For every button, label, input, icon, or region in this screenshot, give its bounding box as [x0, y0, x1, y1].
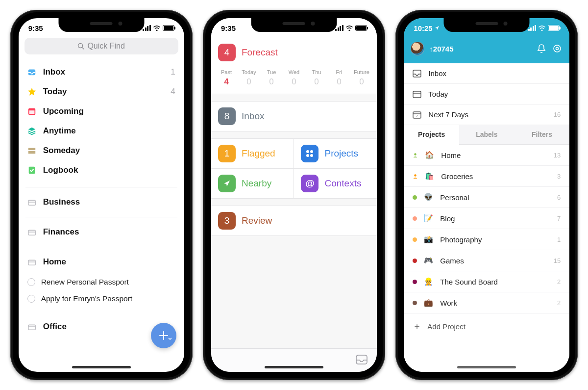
day-future[interactable]: Future0: [350, 69, 373, 87]
project-work[interactable]: 💼 Work 2: [404, 292, 569, 313]
chevron-down-icon: [168, 337, 172, 341]
nearby-tile[interactable]: Nearby: [211, 169, 294, 198]
day-tue[interactable]: Tue0: [260, 69, 283, 87]
day-wed[interactable]: Wed0: [283, 69, 305, 87]
stack-icon: [27, 127, 36, 135]
day-past[interactable]: Past4: [215, 69, 238, 87]
svg-rect-20: [413, 70, 421, 77]
svg-point-16: [310, 154, 313, 157]
todoist-header: ↑20745: [404, 38, 569, 59]
forecast-days: Past4 Today0 Tue0 Wed0 Thu0 Fri0 Future0: [211, 67, 377, 94]
project-color-dot: [413, 195, 417, 200]
area-icon: [27, 258, 36, 266]
home-indicator[interactable]: [265, 366, 323, 368]
project-photography[interactable]: 📸 Photography 1: [404, 229, 569, 250]
notifications-button[interactable]: [536, 43, 547, 54]
quick-find-search[interactable]: Quick Find: [24, 38, 178, 54]
task-row[interactable]: Apply for Emryn's Passport: [19, 290, 184, 307]
battery-icon: [163, 25, 174, 31]
area-icon: [27, 198, 36, 207]
status-icons: [143, 25, 174, 31]
list-someday[interactable]: Someday: [19, 141, 184, 160]
drawer-icon: [27, 146, 36, 155]
phone-todoist: 10:25 ↑20745 Inbox Today: [395, 10, 578, 380]
battery-icon: [548, 25, 560, 31]
calendar-icon: [27, 107, 36, 116]
project-color-dot: [413, 237, 417, 242]
inbox-icon: [413, 70, 421, 78]
day-fri[interactable]: Fri0: [328, 69, 350, 87]
tabs: Projects Labels Filters: [404, 125, 569, 145]
project-personal[interactable]: 👽 Personal 6: [404, 187, 569, 208]
svg-rect-21: [413, 91, 421, 98]
svg-point-18: [554, 45, 561, 52]
status-icons: [335, 25, 367, 31]
add-task-button[interactable]: [151, 323, 176, 348]
list-inbox[interactable]: Inbox 1: [19, 62, 184, 82]
tab-projects[interactable]: Projects: [404, 125, 459, 145]
svg-point-24: [415, 153, 416, 155]
avatar[interactable]: [411, 42, 424, 55]
project-games[interactable]: 🎮 Games 15: [404, 250, 569, 271]
list-today[interactable]: Today 4: [19, 82, 184, 102]
list-logbook[interactable]: Logbook: [19, 160, 184, 180]
inbox-tray-button[interactable]: [355, 354, 368, 367]
area-finances[interactable]: Finances: [19, 220, 184, 244]
review-row[interactable]: 3 Review: [211, 206, 377, 235]
project-color-dot: [413, 216, 417, 221]
inbox-row[interactable]: 8 Inbox: [211, 102, 377, 131]
area-business[interactable]: Business: [19, 190, 184, 214]
flagged-tile[interactable]: 1 Flagged: [211, 139, 294, 168]
nav-today[interactable]: Today: [404, 84, 569, 104]
karma-score[interactable]: ↑20745: [429, 45, 453, 53]
add-project-button[interactable]: ＋ Add Project: [404, 313, 569, 339]
svg-point-14: [310, 150, 313, 153]
clock: 10:25: [414, 24, 432, 32]
project-home[interactable]: 🏠 Home 13: [404, 145, 569, 166]
svg-point-13: [306, 150, 309, 153]
projects-tile[interactable]: Projects: [294, 139, 377, 168]
tab-labels[interactable]: Labels: [459, 125, 514, 145]
svg-rect-5: [29, 110, 34, 114]
location-icon: [435, 26, 440, 30]
svg-rect-8: [28, 167, 35, 174]
list-anytime[interactable]: Anytime: [19, 121, 184, 141]
svg-rect-6: [28, 148, 35, 151]
project-color-dot: [413, 259, 417, 263]
smart-lists: Inbox 1 Today 4 Upcoming Anytime Someday…: [19, 58, 184, 184]
checkbox[interactable]: [27, 278, 35, 286]
checkbox[interactable]: [27, 295, 35, 303]
project-sound-board[interactable]: 👷 The Sound Board 2: [404, 271, 569, 292]
calendar-icon: [413, 90, 421, 98]
phone-omnifocus: 9:35 4 Forecast Past4 Today0 Tue0 Wed0 T…: [203, 10, 385, 380]
svg-rect-11: [28, 260, 35, 265]
settings-button[interactable]: [552, 43, 563, 54]
svg-rect-10: [28, 230, 35, 235]
status-icons: [528, 25, 560, 31]
project-emoji: 👽: [424, 193, 433, 202]
day-today[interactable]: Today0: [238, 69, 260, 87]
project-color-dot: [413, 301, 417, 305]
nav-next7[interactable]: 7 Next 7 Days 16: [404, 104, 569, 125]
area-home[interactable]: Home: [19, 250, 184, 274]
signal-icon: [528, 25, 537, 31]
home-indicator[interactable]: [457, 366, 516, 368]
battery-icon: [355, 25, 367, 31]
contexts-tile[interactable]: @ Contexts: [294, 169, 377, 198]
project-groceries[interactable]: 🛍️ Groceries 3: [404, 166, 569, 187]
svg-line-1: [82, 48, 84, 50]
nav-inbox[interactable]: Inbox: [404, 63, 569, 84]
task-row[interactable]: Renew Personal Passport: [19, 274, 184, 290]
shared-icon: [413, 174, 418, 179]
list-upcoming[interactable]: Upcoming: [19, 102, 184, 121]
day-thu[interactable]: Thu0: [305, 69, 328, 87]
nav-icon: [218, 175, 236, 192]
plus-icon: ＋: [413, 320, 421, 332]
at-icon: @: [301, 175, 318, 192]
home-indicator[interactable]: [72, 366, 131, 368]
project-blog[interactable]: 📝 Blog 7: [404, 208, 569, 229]
forecast-row[interactable]: 4 Forecast: [211, 38, 377, 67]
project-emoji: 👷: [424, 277, 433, 286]
tab-filters[interactable]: Filters: [514, 125, 570, 145]
project-emoji: 📝: [424, 214, 433, 223]
